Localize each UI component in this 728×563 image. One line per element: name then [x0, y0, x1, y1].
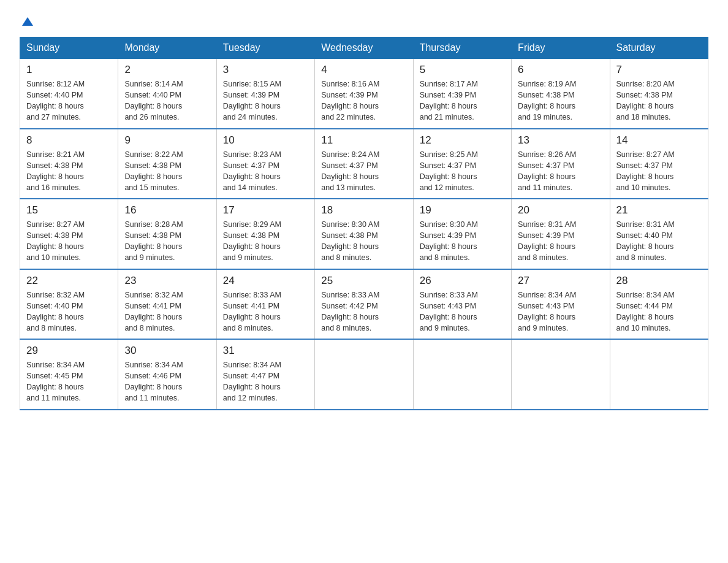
- calendar-cell: 30 Sunrise: 8:34 AMSunset: 4:46 PMDaylig…: [118, 339, 216, 410]
- calendar-cell: 25 Sunrise: 8:33 AMSunset: 4:42 PMDaylig…: [315, 269, 413, 340]
- calendar-cell: 9 Sunrise: 8:22 AMSunset: 4:38 PMDayligh…: [118, 129, 216, 199]
- day-info: Sunrise: 8:19 AMSunset: 4:38 PMDaylight:…: [518, 79, 603, 123]
- day-info: Sunrise: 8:17 AMSunset: 4:39 PMDaylight:…: [420, 79, 505, 123]
- day-number: 27: [518, 275, 603, 287]
- day-number: 29: [26, 345, 112, 357]
- logo-triangle-icon: [21, 15, 34, 28]
- calendar-cell: 23 Sunrise: 8:32 AMSunset: 4:41 PMDaylig…: [118, 269, 216, 340]
- day-info: Sunrise: 8:15 AMSunset: 4:39 PMDaylight:…: [223, 79, 308, 123]
- day-info: Sunrise: 8:22 AMSunset: 4:38 PMDaylight:…: [124, 149, 210, 194]
- day-info: Sunrise: 8:32 AMSunset: 4:41 PMDaylight:…: [124, 289, 210, 334]
- day-number: 3: [223, 64, 308, 76]
- day-info: Sunrise: 8:29 AMSunset: 4:38 PMDaylight:…: [223, 219, 308, 264]
- day-info: Sunrise: 8:12 AMSunset: 4:40 PMDaylight:…: [26, 79, 112, 123]
- calendar-cell: 14 Sunrise: 8:27 AMSunset: 4:37 PMDaylig…: [610, 129, 708, 199]
- column-header-tuesday: Tuesday: [216, 37, 314, 59]
- day-info: Sunrise: 8:33 AMSunset: 4:41 PMDaylight:…: [223, 289, 308, 334]
- calendar-week-row: 1 Sunrise: 8:12 AMSunset: 4:40 PMDayligh…: [20, 59, 708, 129]
- day-number: 15: [26, 204, 112, 216]
- day-number: 22: [26, 275, 112, 287]
- calendar-cell: 19 Sunrise: 8:30 AMSunset: 4:39 PMDaylig…: [413, 199, 511, 269]
- day-info: Sunrise: 8:24 AMSunset: 4:37 PMDaylight:…: [321, 149, 406, 194]
- calendar-cell: 7 Sunrise: 8:20 AMSunset: 4:38 PMDayligh…: [610, 59, 708, 129]
- day-info: Sunrise: 8:16 AMSunset: 4:39 PMDaylight:…: [321, 79, 406, 123]
- day-info: Sunrise: 8:30 AMSunset: 4:38 PMDaylight:…: [321, 219, 406, 264]
- calendar-cell: 2 Sunrise: 8:14 AMSunset: 4:40 PMDayligh…: [118, 59, 216, 129]
- svg-marker-0: [22, 17, 33, 26]
- day-info: Sunrise: 8:32 AMSunset: 4:40 PMDaylight:…: [26, 289, 112, 334]
- calendar-table: SundayMondayTuesdayWednesdayThursdayFrid…: [20, 37, 708, 410]
- day-number: 23: [124, 275, 210, 287]
- day-number: 6: [518, 64, 603, 76]
- column-header-monday: Monday: [118, 37, 216, 59]
- day-info: Sunrise: 8:14 AMSunset: 4:40 PMDaylight:…: [124, 79, 210, 123]
- day-info: Sunrise: 8:33 AMSunset: 4:42 PMDaylight:…: [321, 289, 406, 334]
- calendar-cell: 4 Sunrise: 8:16 AMSunset: 4:39 PMDayligh…: [315, 59, 413, 129]
- calendar-cell: 27 Sunrise: 8:34 AMSunset: 4:43 PMDaylig…: [512, 269, 610, 340]
- day-number: 24: [223, 275, 308, 287]
- calendar-cell: 11 Sunrise: 8:24 AMSunset: 4:37 PMDaylig…: [315, 129, 413, 199]
- calendar-cell: [413, 339, 511, 410]
- calendar-cell: 28 Sunrise: 8:34 AMSunset: 4:44 PMDaylig…: [610, 269, 708, 340]
- day-number: 30: [124, 345, 210, 357]
- calendar-week-row: 22 Sunrise: 8:32 AMSunset: 4:40 PMDaylig…: [20, 269, 708, 340]
- day-info: Sunrise: 8:31 AMSunset: 4:40 PMDaylight:…: [616, 219, 702, 264]
- day-number: 12: [420, 134, 505, 147]
- calendar-cell: [610, 339, 708, 410]
- calendar-cell: 13 Sunrise: 8:26 AMSunset: 4:37 PMDaylig…: [512, 129, 610, 199]
- calendar-cell: [512, 339, 610, 410]
- day-info: Sunrise: 8:34 AMSunset: 4:45 PMDaylight:…: [26, 359, 112, 404]
- day-number: 31: [223, 345, 308, 357]
- day-number: 28: [616, 275, 702, 287]
- day-number: 2: [124, 64, 210, 76]
- day-number: 19: [420, 204, 505, 216]
- day-number: 9: [124, 134, 210, 147]
- calendar-cell: 15 Sunrise: 8:27 AMSunset: 4:38 PMDaylig…: [20, 199, 118, 269]
- column-header-sunday: Sunday: [20, 37, 118, 59]
- day-number: 1: [26, 64, 112, 76]
- day-number: 18: [321, 204, 406, 216]
- day-number: 20: [518, 204, 603, 216]
- day-info: Sunrise: 8:20 AMSunset: 4:38 PMDaylight:…: [616, 79, 702, 123]
- day-number: 7: [616, 64, 702, 76]
- day-number: 4: [321, 64, 406, 76]
- day-info: Sunrise: 8:28 AMSunset: 4:38 PMDaylight:…: [124, 219, 210, 264]
- column-header-saturday: Saturday: [610, 37, 708, 59]
- day-info: Sunrise: 8:34 AMSunset: 4:44 PMDaylight:…: [616, 289, 702, 334]
- calendar-cell: 1 Sunrise: 8:12 AMSunset: 4:40 PMDayligh…: [20, 59, 118, 129]
- calendar-cell: 21 Sunrise: 8:31 AMSunset: 4:40 PMDaylig…: [610, 199, 708, 269]
- day-number: 11: [321, 134, 406, 147]
- calendar-cell: 10 Sunrise: 8:23 AMSunset: 4:37 PMDaylig…: [216, 129, 314, 199]
- column-header-thursday: Thursday: [413, 37, 511, 59]
- day-info: Sunrise: 8:27 AMSunset: 4:37 PMDaylight:…: [616, 149, 702, 194]
- calendar-week-row: 15 Sunrise: 8:27 AMSunset: 4:38 PMDaylig…: [20, 199, 708, 269]
- calendar-cell: 24 Sunrise: 8:33 AMSunset: 4:41 PMDaylig…: [216, 269, 314, 340]
- day-number: 14: [616, 134, 702, 147]
- day-info: Sunrise: 8:21 AMSunset: 4:38 PMDaylight:…: [26, 149, 112, 194]
- day-number: 26: [420, 275, 505, 287]
- column-header-friday: Friday: [512, 37, 610, 59]
- day-info: Sunrise: 8:34 AMSunset: 4:46 PMDaylight:…: [124, 359, 210, 404]
- day-number: 21: [616, 204, 702, 216]
- calendar-cell: 17 Sunrise: 8:29 AMSunset: 4:38 PMDaylig…: [216, 199, 314, 269]
- calendar-cell: 18 Sunrise: 8:30 AMSunset: 4:38 PMDaylig…: [315, 199, 413, 269]
- calendar-cell: 12 Sunrise: 8:25 AMSunset: 4:37 PMDaylig…: [413, 129, 511, 199]
- calendar-cell: 5 Sunrise: 8:17 AMSunset: 4:39 PMDayligh…: [413, 59, 511, 129]
- calendar-cell: 22 Sunrise: 8:32 AMSunset: 4:40 PMDaylig…: [20, 269, 118, 340]
- calendar-week-row: 8 Sunrise: 8:21 AMSunset: 4:38 PMDayligh…: [20, 129, 708, 199]
- calendar-cell: 26 Sunrise: 8:33 AMSunset: 4:43 PMDaylig…: [413, 269, 511, 340]
- calendar-cell: 8 Sunrise: 8:21 AMSunset: 4:38 PMDayligh…: [20, 129, 118, 199]
- day-number: 8: [26, 134, 112, 147]
- day-info: Sunrise: 8:27 AMSunset: 4:38 PMDaylight:…: [26, 219, 112, 264]
- calendar-cell: 29 Sunrise: 8:34 AMSunset: 4:45 PMDaylig…: [20, 339, 118, 410]
- calendar-header-row: SundayMondayTuesdayWednesdayThursdayFrid…: [20, 37, 708, 59]
- day-info: Sunrise: 8:34 AMSunset: 4:43 PMDaylight:…: [518, 289, 603, 334]
- day-number: 10: [223, 134, 308, 147]
- calendar-cell: [315, 339, 413, 410]
- day-info: Sunrise: 8:23 AMSunset: 4:37 PMDaylight:…: [223, 149, 308, 194]
- calendar-cell: 16 Sunrise: 8:28 AMSunset: 4:38 PMDaylig…: [118, 199, 216, 269]
- day-number: 5: [420, 64, 505, 76]
- logo: [20, 15, 34, 25]
- calendar-cell: 6 Sunrise: 8:19 AMSunset: 4:38 PMDayligh…: [512, 59, 610, 129]
- day-info: Sunrise: 8:31 AMSunset: 4:39 PMDaylight:…: [518, 219, 603, 264]
